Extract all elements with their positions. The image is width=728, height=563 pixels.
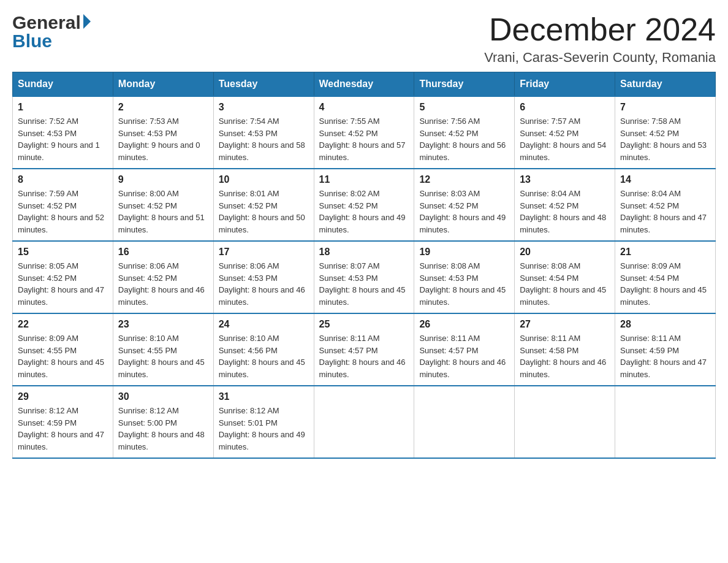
logo-general: General [12,12,81,33]
day-number: 26 [419,319,509,330]
day-info: Sunrise: 8:09 AMSunset: 4:54 PMDaylight:… [620,260,710,308]
day-number: 8 [18,174,108,185]
calendar-cell: 18Sunrise: 8:07 AMSunset: 4:53 PMDayligh… [314,241,414,313]
calendar-cell [414,386,515,458]
day-info: Sunrise: 8:04 AMSunset: 4:52 PMDaylight:… [520,188,610,236]
day-info: Sunrise: 8:04 AMSunset: 4:52 PMDaylight:… [620,188,710,236]
day-info: Sunrise: 7:54 AMSunset: 4:53 PMDaylight:… [219,115,309,163]
calendar-cell: 20Sunrise: 8:08 AMSunset: 4:54 PMDayligh… [515,241,615,313]
calendar-cell: 11Sunrise: 8:02 AMSunset: 4:52 PMDayligh… [314,169,414,241]
day-number: 28 [620,319,710,330]
day-number: 15 [18,247,108,258]
calendar-cell: 22Sunrise: 8:09 AMSunset: 4:55 PMDayligh… [13,313,113,386]
day-info: Sunrise: 8:11 AMSunset: 4:57 PMDaylight:… [319,332,409,380]
day-number: 14 [620,174,710,185]
day-number: 25 [319,319,409,330]
day-info: Sunrise: 8:10 AMSunset: 4:55 PMDaylight:… [118,332,208,380]
calendar-cell: 31Sunrise: 8:12 AMSunset: 5:01 PMDayligh… [213,386,314,458]
day-info: Sunrise: 7:58 AMSunset: 4:52 PMDaylight:… [620,115,710,163]
day-info: Sunrise: 8:12 AMSunset: 4:59 PMDaylight:… [18,405,108,453]
day-number: 18 [319,247,409,258]
day-number: 16 [118,247,208,258]
calendar-cell: 27Sunrise: 8:11 AMSunset: 4:58 PMDayligh… [515,313,615,386]
header-wednesday: Wednesday [314,72,414,97]
header-saturday: Saturday [615,72,716,97]
day-info: Sunrise: 8:11 AMSunset: 4:57 PMDaylight:… [419,332,509,380]
day-info: Sunrise: 8:11 AMSunset: 4:58 PMDaylight:… [520,332,610,380]
day-number: 11 [319,174,409,185]
day-info: Sunrise: 8:10 AMSunset: 4:56 PMDaylight:… [219,332,309,380]
day-info: Sunrise: 8:07 AMSunset: 4:53 PMDaylight:… [319,260,409,308]
calendar-cell [615,386,716,458]
header-friday: Friday [515,72,615,97]
calendar-cell: 7Sunrise: 7:58 AMSunset: 4:52 PMDaylight… [615,96,716,169]
calendar-cell: 16Sunrise: 8:06 AMSunset: 4:52 PMDayligh… [113,241,213,313]
calendar-cell: 17Sunrise: 8:06 AMSunset: 4:53 PMDayligh… [213,241,314,313]
calendar-week-4: 22Sunrise: 8:09 AMSunset: 4:55 PMDayligh… [13,313,716,386]
calendar-cell: 28Sunrise: 8:11 AMSunset: 4:59 PMDayligh… [615,313,716,386]
day-number: 21 [620,247,710,258]
day-info: Sunrise: 8:12 AMSunset: 5:00 PMDaylight:… [118,405,208,453]
day-number: 7 [620,102,710,113]
day-number: 12 [419,174,509,185]
day-number: 17 [219,247,309,258]
calendar-cell: 4Sunrise: 7:55 AMSunset: 4:52 PMDaylight… [314,96,414,169]
day-info: Sunrise: 7:52 AMSunset: 4:53 PMDaylight:… [18,115,108,163]
day-number: 24 [219,319,309,330]
calendar-cell: 15Sunrise: 8:05 AMSunset: 4:52 PMDayligh… [13,241,113,313]
calendar-cell [515,386,615,458]
day-info: Sunrise: 7:56 AMSunset: 4:52 PMDaylight:… [419,115,509,163]
day-number: 20 [520,247,610,258]
day-info: Sunrise: 8:05 AMSunset: 4:52 PMDaylight:… [18,260,108,308]
calendar-cell: 8Sunrise: 7:59 AMSunset: 4:52 PMDaylight… [13,169,113,241]
day-number: 22 [18,319,108,330]
header-thursday: Thursday [414,72,515,97]
day-info: Sunrise: 8:03 AMSunset: 4:52 PMDaylight:… [419,188,509,236]
day-number: 27 [520,319,610,330]
calendar-cell: 23Sunrise: 8:10 AMSunset: 4:55 PMDayligh… [113,313,213,386]
page-header: General Blue December 2024 Vrani, Caras-… [12,12,716,66]
logo-blue: Blue [12,31,52,52]
header-row: SundayMondayTuesdayWednesdayThursdayFrid… [13,72,716,97]
day-number: 19 [419,247,509,258]
calendar-cell: 3Sunrise: 7:54 AMSunset: 4:53 PMDaylight… [213,96,314,169]
day-number: 30 [118,391,208,402]
day-number: 6 [520,102,610,113]
logo: General Blue [12,12,91,52]
day-info: Sunrise: 7:55 AMSunset: 4:52 PMDaylight:… [319,115,409,163]
title-block: December 2024 Vrani, Caras-Severin Count… [484,12,716,66]
calendar-cell: 26Sunrise: 8:11 AMSunset: 4:57 PMDayligh… [414,313,515,386]
day-number: 1 [18,102,108,113]
calendar-cell: 1Sunrise: 7:52 AMSunset: 4:53 PMDaylight… [13,96,113,169]
calendar-cell: 9Sunrise: 8:00 AMSunset: 4:52 PMDaylight… [113,169,213,241]
day-number: 5 [419,102,509,113]
calendar-cell: 13Sunrise: 8:04 AMSunset: 4:52 PMDayligh… [515,169,615,241]
calendar-table: SundayMondayTuesdayWednesdayThursdayFrid… [12,72,716,459]
day-number: 13 [520,174,610,185]
calendar-week-2: 8Sunrise: 7:59 AMSunset: 4:52 PMDaylight… [13,169,716,241]
day-info: Sunrise: 7:59 AMSunset: 4:52 PMDaylight:… [18,188,108,236]
calendar-cell [314,386,414,458]
calendar-cell: 24Sunrise: 8:10 AMSunset: 4:56 PMDayligh… [213,313,314,386]
calendar-cell: 30Sunrise: 8:12 AMSunset: 5:00 PMDayligh… [113,386,213,458]
calendar-week-1: 1Sunrise: 7:52 AMSunset: 4:53 PMDaylight… [13,96,716,169]
day-info: Sunrise: 7:53 AMSunset: 4:53 PMDaylight:… [118,115,208,163]
location-title: Vrani, Caras-Severin County, Romania [484,50,716,66]
day-info: Sunrise: 8:06 AMSunset: 4:52 PMDaylight:… [118,260,208,308]
calendar-week-5: 29Sunrise: 8:12 AMSunset: 4:59 PMDayligh… [13,386,716,458]
day-info: Sunrise: 8:11 AMSunset: 4:59 PMDaylight:… [620,332,710,380]
calendar-cell: 29Sunrise: 8:12 AMSunset: 4:59 PMDayligh… [13,386,113,458]
day-info: Sunrise: 7:57 AMSunset: 4:52 PMDaylight:… [520,115,610,163]
day-info: Sunrise: 8:06 AMSunset: 4:53 PMDaylight:… [219,260,309,308]
calendar-cell: 10Sunrise: 8:01 AMSunset: 4:52 PMDayligh… [213,169,314,241]
day-info: Sunrise: 8:02 AMSunset: 4:52 PMDaylight:… [319,188,409,236]
calendar-cell: 19Sunrise: 8:08 AMSunset: 4:53 PMDayligh… [414,241,515,313]
day-number: 4 [319,102,409,113]
calendar-cell: 12Sunrise: 8:03 AMSunset: 4:52 PMDayligh… [414,169,515,241]
day-info: Sunrise: 8:08 AMSunset: 4:54 PMDaylight:… [520,260,610,308]
header-monday: Monday [113,72,213,97]
day-info: Sunrise: 8:09 AMSunset: 4:55 PMDaylight:… [18,332,108,380]
day-number: 10 [219,174,309,185]
day-info: Sunrise: 8:00 AMSunset: 4:52 PMDaylight:… [118,188,208,236]
header-tuesday: Tuesday [213,72,314,97]
